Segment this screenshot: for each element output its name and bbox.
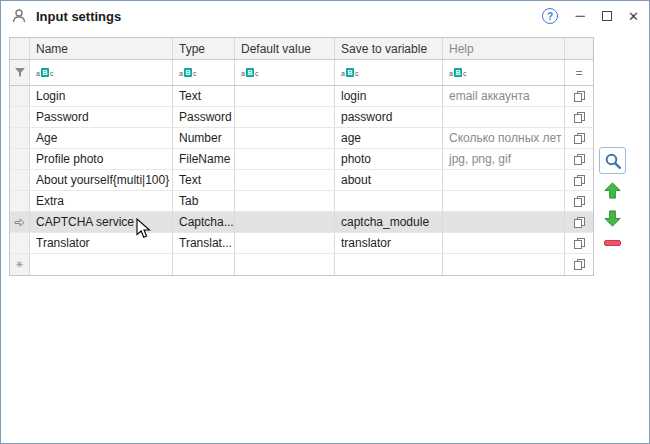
cell-name[interactable]: About yourself{multi|100} bbox=[30, 170, 173, 190]
cell-type[interactable]: Translat... bbox=[173, 233, 235, 253]
cell-save-to-variable[interactable]: captcha_module bbox=[335, 212, 443, 232]
cell-help[interactable] bbox=[443, 254, 565, 275]
move-up-button[interactable] bbox=[602, 180, 623, 201]
filter-equals-cell[interactable]: = bbox=[565, 60, 593, 85]
cell-name[interactable]: Extra bbox=[30, 191, 173, 211]
cell-name[interactable]: Age bbox=[30, 128, 173, 148]
cell-default-value[interactable] bbox=[235, 212, 335, 232]
input-settings-window: Input settings ? ─ ✕ Name Type Default v… bbox=[0, 0, 650, 444]
minimize-button[interactable]: ─ bbox=[574, 1, 586, 31]
cell-help[interactable] bbox=[443, 191, 565, 211]
table-row[interactable]: Login Text login email аккаунта bbox=[10, 86, 593, 107]
copy-row-button[interactable] bbox=[565, 170, 593, 190]
cell-save-to-variable[interactable] bbox=[335, 191, 443, 211]
cell-help[interactable] bbox=[443, 170, 565, 190]
move-down-button[interactable] bbox=[602, 208, 623, 229]
copy-icon bbox=[573, 132, 586, 145]
table-row[interactable]: Password Password password bbox=[10, 107, 593, 128]
table-row[interactable]: Age Number age Сколько полных лет bbox=[10, 128, 593, 149]
cell-name[interactable]: Password bbox=[30, 107, 173, 127]
equals-icon: = bbox=[575, 66, 582, 80]
cell-default-value[interactable] bbox=[235, 254, 335, 275]
cell-help[interactable]: email аккаунта bbox=[443, 86, 565, 106]
filter-abc-icon: aBc bbox=[179, 68, 196, 77]
copy-row-button[interactable] bbox=[565, 107, 593, 127]
cell-default-value[interactable] bbox=[235, 170, 335, 190]
cell-save-to-variable[interactable]: password bbox=[335, 107, 443, 127]
cell-type[interactable]: Text bbox=[173, 170, 235, 190]
row-gutter: ✳ bbox=[10, 254, 30, 275]
cell-save-to-variable[interactable]: login bbox=[335, 86, 443, 106]
cell-name[interactable] bbox=[30, 254, 173, 275]
filter-variable-cell[interactable]: aBc bbox=[335, 60, 443, 85]
green-up-arrow-icon bbox=[603, 181, 622, 200]
maximize-button[interactable] bbox=[602, 11, 612, 21]
cell-help[interactable]: Сколько полных лет bbox=[443, 128, 565, 148]
cell-name[interactable]: CAPTCHA service bbox=[30, 212, 173, 232]
input-settings-grid: Name Type Default value Save to variable… bbox=[9, 37, 594, 276]
filter-default-cell[interactable]: aBc bbox=[235, 60, 335, 85]
cell-help[interactable] bbox=[443, 233, 565, 253]
funnel-icon bbox=[14, 67, 26, 78]
cell-type[interactable]: Number bbox=[173, 128, 235, 148]
copy-row-button[interactable] bbox=[565, 233, 593, 253]
filter-name-cell[interactable]: aBc bbox=[30, 60, 173, 85]
search-button[interactable] bbox=[599, 147, 626, 174]
header-save-to-variable[interactable]: Save to variable bbox=[335, 38, 443, 59]
filter-abc-icon: aBc bbox=[241, 68, 258, 77]
copy-row-button[interactable] bbox=[565, 149, 593, 169]
copy-icon bbox=[573, 111, 586, 124]
filter-abc-icon: aBc bbox=[36, 68, 53, 77]
copy-row-button[interactable] bbox=[565, 191, 593, 211]
help-button[interactable]: ? bbox=[542, 8, 558, 24]
close-button[interactable]: ✕ bbox=[628, 9, 639, 24]
table-row[interactable]: Translator Translat... translator bbox=[10, 233, 593, 254]
window-controls: ? ─ ✕ bbox=[542, 1, 639, 31]
copy-row-button[interactable] bbox=[565, 128, 593, 148]
cell-type[interactable]: Password bbox=[173, 107, 235, 127]
header-default-value[interactable]: Default value bbox=[235, 38, 335, 59]
cell-default-value[interactable] bbox=[235, 233, 335, 253]
table-row[interactable]: Profile photo FileName photo jpg, png, g… bbox=[10, 149, 593, 170]
cell-default-value[interactable] bbox=[235, 86, 335, 106]
cell-type[interactable]: Tab bbox=[173, 191, 235, 211]
cell-type[interactable]: Text bbox=[173, 86, 235, 106]
copy-row-button[interactable] bbox=[565, 254, 593, 275]
maximize-icon bbox=[602, 11, 612, 21]
row-gutter bbox=[10, 170, 30, 190]
cell-type[interactable]: Captcha... bbox=[173, 212, 235, 232]
cell-help[interactable]: jpg, png, gif bbox=[443, 149, 565, 169]
cell-save-to-variable[interactable]: translator bbox=[335, 233, 443, 253]
header-type[interactable]: Type bbox=[173, 38, 235, 59]
copy-row-button[interactable] bbox=[565, 212, 593, 232]
cell-save-to-variable[interactable]: photo bbox=[335, 149, 443, 169]
cell-type[interactable] bbox=[173, 254, 235, 275]
cell-save-to-variable[interactable]: age bbox=[335, 128, 443, 148]
table-row[interactable]: Extra Tab bbox=[10, 191, 593, 212]
filter-type-cell[interactable]: aBc bbox=[173, 60, 235, 85]
copy-row-button[interactable] bbox=[565, 86, 593, 106]
header-name[interactable]: Name bbox=[30, 38, 173, 59]
cell-type[interactable]: FileName bbox=[173, 149, 235, 169]
cell-default-value[interactable] bbox=[235, 107, 335, 127]
filter-abc-icon: aBc bbox=[449, 68, 466, 77]
table-row[interactable]: About yourself{multi|100} Text about bbox=[10, 170, 593, 191]
header-help[interactable]: Help bbox=[443, 38, 565, 59]
cell-name[interactable]: Profile photo bbox=[30, 149, 173, 169]
cell-default-value[interactable] bbox=[235, 128, 335, 148]
table-row-new[interactable]: ✳ bbox=[10, 254, 593, 275]
cell-help[interactable] bbox=[443, 107, 565, 127]
cell-save-to-variable[interactable]: about bbox=[335, 170, 443, 190]
cell-save-to-variable[interactable] bbox=[335, 254, 443, 275]
red-minus-icon bbox=[604, 240, 621, 246]
cell-default-value[interactable] bbox=[235, 149, 335, 169]
cell-help[interactable] bbox=[443, 212, 565, 232]
remove-row-button[interactable] bbox=[602, 237, 623, 249]
filter-help-cell[interactable]: aBc bbox=[443, 60, 565, 85]
cell-default-value[interactable] bbox=[235, 191, 335, 211]
cell-name[interactable]: Translator bbox=[30, 233, 173, 253]
row-gutter bbox=[10, 128, 30, 148]
cell-name[interactable]: Login bbox=[30, 86, 173, 106]
titlebar: Input settings ? ─ ✕ bbox=[1, 1, 649, 31]
table-row-selected[interactable]: CAPTCHA service Captcha... captcha_modul… bbox=[10, 212, 593, 233]
